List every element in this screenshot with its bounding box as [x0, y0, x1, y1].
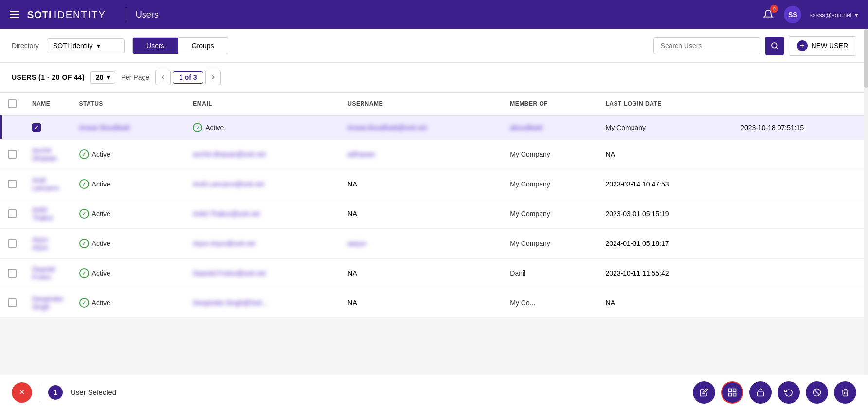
header-last-login: LAST LOGIN DATE: [598, 93, 733, 115]
status-active-icon: ✓: [79, 149, 89, 159]
row-last-login: 2023-03-14 10:47:53: [598, 169, 733, 199]
table-row[interactable]: Andi Lancarro✓ActiveAndi.Lancarro@soti.n…: [0, 169, 868, 199]
page-nav: 1 of 3: [155, 70, 221, 85]
row-email: Deepinder.Singh@Soti...: [185, 288, 340, 318]
page-title: Users: [136, 10, 159, 20]
row-username: aarjun: [340, 229, 502, 259]
table-row[interactable]: Daaniel Frolov✓ActiveDaaniel.Frolov@soti…: [0, 259, 868, 288]
chevron-down-icon: ▾: [97, 42, 100, 50]
row-status: ✓Active: [72, 140, 185, 169]
row-name[interactable]: Arjun Arjun: [24, 229, 72, 259]
chevron-left-icon: [160, 74, 166, 81]
row-status: ✓Active: [185, 115, 340, 140]
row-username: aboudikaiti: [502, 115, 597, 140]
row-checkbox[interactable]: [32, 123, 41, 132]
user-name-link[interactable]: Daaniel Frolov: [32, 265, 55, 281]
row-member-of: Danil: [502, 259, 597, 288]
menu-icon[interactable]: [10, 11, 19, 18]
status-text: Active: [92, 150, 110, 158]
logo-soti: SOTI: [27, 9, 52, 20]
per-page-label: Per Page: [121, 74, 149, 81]
user-name-link[interactable]: Ankit Thakur: [32, 206, 54, 222]
row-checkbox[interactable]: [8, 239, 17, 248]
logo-divider: [126, 7, 126, 22]
row-username: NA: [340, 259, 502, 288]
row-checkbox[interactable]: [8, 298, 17, 307]
row-email: Daaniel.Frolov@soti.net: [185, 259, 340, 288]
status-text: Active: [92, 299, 110, 307]
table-header-row: NAME STATUS EMAIL USERNAME MEMBER OF LAS…: [0, 93, 868, 115]
row-last-login: 2023-03-01 05:15:19: [598, 199, 733, 229]
new-user-button[interactable]: + NEW USER: [789, 36, 856, 56]
header-username: USERNAME: [340, 93, 502, 115]
user-name-link[interactable]: Anchit Dhawan: [32, 147, 57, 162]
row-checkbox-cell: [0, 169, 24, 199]
next-page-button[interactable]: [205, 70, 221, 85]
row-username: adhawan: [340, 140, 502, 169]
users-table: NAME STATUS EMAIL USERNAME MEMBER OF LAS…: [0, 93, 868, 318]
row-checkbox-cell: [0, 199, 24, 229]
avatar[interactable]: SS: [784, 6, 801, 23]
user-display: sssss@soti.net: [809, 11, 852, 19]
user-name-link[interactable]: Arjun Arjun: [32, 236, 48, 251]
status-text: Active: [205, 124, 224, 131]
search-button[interactable]: [765, 37, 784, 55]
row-checkbox[interactable]: [8, 180, 17, 188]
user-name-link[interactable]: Andi Lancarro: [32, 176, 59, 192]
user-name-link[interactable]: Anwar Boudikaiti: [79, 124, 130, 131]
row-name[interactable]: Andi Lancarro: [24, 169, 72, 199]
row-email: anchit.dhawan@soti.net: [185, 140, 340, 169]
table-row[interactable]: Deepinder Singh✓ActiveDeepinder.Singh@So…: [0, 288, 868, 318]
directory-select[interactable]: SOTI Identity ▾: [47, 38, 125, 53]
chevron-right-icon: [210, 74, 217, 81]
header-email: EMAIL: [185, 93, 340, 115]
row-member-of: My Company: [502, 199, 597, 229]
users-count: USERS (1 - 20 of 44): [12, 74, 85, 81]
status-active-icon: ✓: [79, 268, 89, 278]
prev-page-button[interactable]: [155, 70, 171, 85]
table-row[interactable]: Arjun Arjun✓ActiveArjun.Arjun@soti.netaa…: [0, 229, 868, 259]
row-checkbox[interactable]: [8, 150, 17, 159]
per-page-select[interactable]: 20 ▾: [90, 71, 115, 84]
svg-point-0: [772, 43, 777, 48]
users-table-container: NAME STATUS EMAIL USERNAME MEMBER OF LAS…: [0, 93, 868, 318]
row-name[interactable]: Anchit Dhawan: [24, 140, 72, 169]
status-active-icon: ✓: [79, 209, 89, 219]
user-info[interactable]: sssss@soti.net ▾: [809, 11, 858, 19]
row-name[interactable]: Ankit Thakur: [24, 199, 72, 229]
row-checkbox[interactable]: [8, 209, 17, 218]
search-input[interactable]: [653, 37, 760, 54]
row-checkbox[interactable]: [8, 269, 17, 278]
row-name[interactable]: Anwar Boudikaiti: [72, 115, 185, 140]
row-username: NA: [340, 288, 502, 318]
header-right: 9 SS sssss@soti.net ▾: [760, 6, 858, 23]
tab-groups[interactable]: Groups: [178, 38, 228, 54]
select-all-checkbox[interactable]: [8, 99, 17, 108]
row-status: ✓Active: [72, 199, 185, 229]
row-username: NA: [340, 199, 502, 229]
notifications-bell[interactable]: 9: [760, 7, 776, 22]
scrollbar-thumb[interactable]: [864, 29, 868, 88]
row-name[interactable]: Daaniel Frolov: [24, 259, 72, 288]
search-icon: [771, 42, 778, 50]
status-text: Active: [92, 240, 110, 247]
row-email: Ankit.Thakur@soti.net: [185, 199, 340, 229]
status-active-icon: ✓: [79, 179, 89, 189]
row-status: ✓Active: [72, 288, 185, 318]
row-email: Arjun.Arjun@soti.net: [185, 229, 340, 259]
notification-count: 9: [770, 5, 778, 13]
table-row[interactable]: Ankit Thakur✓ActiveAnkit.Thakur@soti.net…: [0, 199, 868, 229]
row-last-login: 2023-10-11 11:55:42: [598, 259, 733, 288]
directory-label: Directory: [12, 42, 39, 50]
table-row[interactable]: Anwar Boudikaiti✓ActiveAnwar.Boudikaiti@…: [0, 115, 868, 140]
tab-users[interactable]: Users: [133, 38, 178, 54]
scrollbar-track[interactable]: [864, 29, 868, 318]
logo-identity: IDENTITY: [54, 9, 106, 20]
row-name[interactable]: Deepinder Singh: [24, 288, 72, 318]
user-name-link[interactable]: Deepinder Singh: [32, 295, 64, 311]
row-last-login: 2024-01-31 05:18:17: [598, 229, 733, 259]
row-checkbox-cell: [0, 140, 24, 169]
header-status: STATUS: [72, 93, 185, 115]
table-row[interactable]: Anchit Dhawan✓Activeanchit.dhawan@soti.n…: [0, 140, 868, 169]
header-checkbox-cell: [0, 93, 24, 115]
